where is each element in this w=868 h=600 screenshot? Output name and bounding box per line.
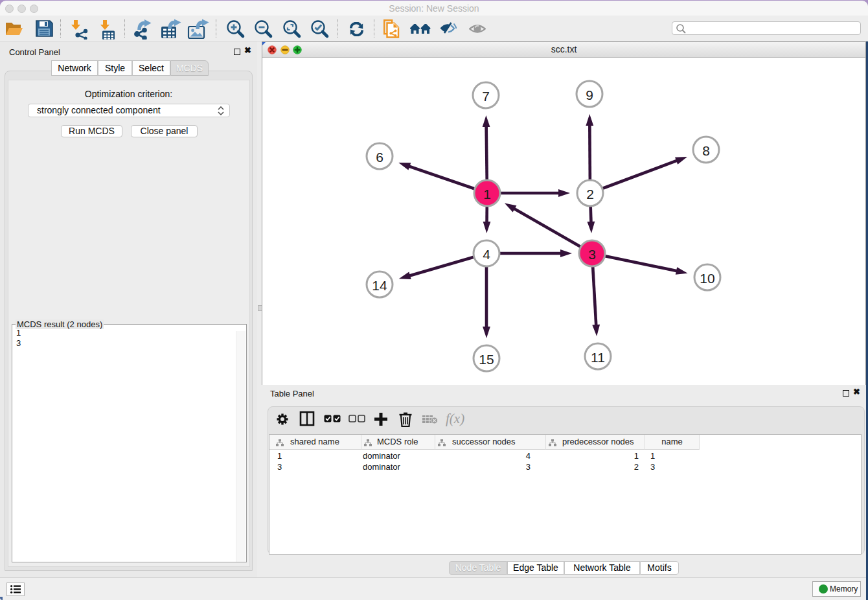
svg-text:15: 15 — [479, 352, 494, 367]
svg-text:10: 10 — [700, 271, 714, 286]
svg-text:6: 6 — [376, 150, 383, 165]
svg-text:4: 4 — [483, 247, 490, 262]
svg-text:2: 2 — [586, 187, 594, 202]
svg-text:11: 11 — [591, 350, 605, 365]
svg-text:14: 14 — [372, 278, 387, 293]
svg-text:1: 1 — [483, 187, 491, 202]
svg-text:8: 8 — [702, 143, 710, 158]
svg-text:3: 3 — [588, 247, 596, 262]
svg-text:7: 7 — [482, 89, 490, 104]
svg-text:9: 9 — [586, 87, 593, 102]
